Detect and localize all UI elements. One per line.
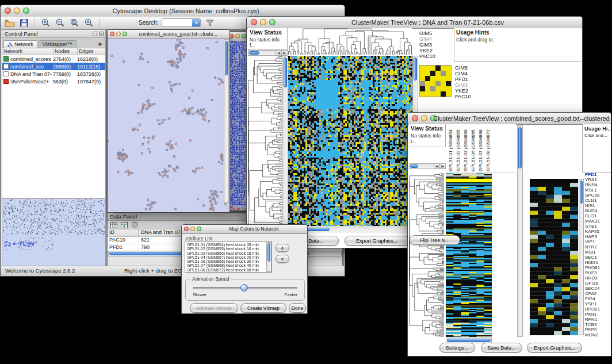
row-dendrogram-canvas[interactable] <box>409 173 445 337</box>
attribute-list-item[interactable]: GPL51-01 (GSM854) heat shock 05 min <box>186 243 266 247</box>
gene-label[interactable]: MAK31 <box>585 219 611 224</box>
gene-label[interactable]: CLN1 <box>585 198 611 203</box>
network-view-canvas[interactable] <box>108 39 230 212</box>
column-header-network[interactable]: Network <box>2 48 53 55</box>
column-label[interactable]: PAC10 <box>419 53 452 59</box>
minimize-icon[interactable] <box>260 19 266 25</box>
vertical-scrollbar[interactable] <box>517 125 523 337</box>
attribute-list-item[interactable]: GPL51-06 (GSM865) heat shock 30 min <box>186 259 266 263</box>
gene-label[interactable]: MSI1 <box>585 250 611 255</box>
gene-label[interactable]: RPN1 <box>585 317 611 322</box>
gene-label[interactable]: GTB1 <box>585 224 611 229</box>
network-list-row[interactable]: sNAPuberNov2+563(0)107847(0) <box>2 78 105 85</box>
search-dropdown-icon[interactable]: ▼ <box>192 19 200 26</box>
gene-label[interactable]: TCB3 <box>585 322 611 327</box>
network-list-row[interactable]: DNA and Tran 07-7769(0)183728(0) <box>2 70 105 78</box>
zoom-icon[interactable] <box>197 227 201 231</box>
zoom-icon[interactable] <box>430 115 437 121</box>
close-icon[interactable] <box>251 19 257 25</box>
network-list-row[interactable]: combined_scores2764(0)16218(0) <box>2 55 105 63</box>
network-list-row[interactable]: combined_sco2569(6)13112(15) <box>2 63 105 70</box>
network-overview-canvas[interactable] <box>2 198 105 267</box>
gene-label[interactable]: HMG1 <box>585 260 611 265</box>
scroll-right-icon[interactable]: ▶ <box>439 164 445 168</box>
gene-label[interactable]: PEP5 <box>585 327 611 332</box>
gene-label[interactable]: PFD1 <box>585 172 611 177</box>
row-dendrogram-canvas[interactable] <box>248 56 282 226</box>
gene-label[interactable]: NTR2 <box>585 244 611 250</box>
gene-label[interactable]: RNR4 <box>585 182 611 187</box>
close-icon[interactable] <box>5 7 11 14</box>
gene-label[interactable]: BUD4 <box>585 208 611 213</box>
gene-label[interactable]: PUF3 <box>585 270 611 275</box>
array-column-label[interactable]: GPL51-02 (GSM855 <box>456 125 461 171</box>
matrix-row-label[interactable]: PAC10 <box>455 94 484 99</box>
array-column-label[interactable]: GPL51-01 (GSM854 <box>448 125 453 171</box>
vertical-scrollbar[interactable] <box>224 39 229 203</box>
array-column-label[interactable]: GPL51-06 (GSM865 <box>471 125 476 171</box>
column-label[interactable]: YKE2 <box>419 48 452 53</box>
gene-label[interactable]: RPO21 <box>585 306 611 312</box>
attribute-list-item[interactable]: GPL51-04 (GSM857) heat shock 20 min <box>186 255 266 259</box>
animate-vizmap-button[interactable]: Animate Vizmap <box>190 303 238 313</box>
horizontal-scrollbar[interactable]: ◀▶ <box>248 50 288 56</box>
network-view-titlebar[interactable]: combined_scores_good.txt--cluste... <box>108 30 230 39</box>
matrix-row-label[interactable]: YKE2 <box>455 88 484 94</box>
zoom-heatmap-canvas[interactable] <box>530 179 578 335</box>
matrix-row-label[interactable]: GIM4 <box>455 71 484 76</box>
gene-label[interactable]: SPC98 <box>585 193 611 198</box>
attribute-list[interactable]: GPL51-01 (GSM854) heat shock 05 minGPL51… <box>185 242 272 273</box>
similarity-matrix-canvas[interactable] <box>419 65 452 97</box>
tab-network[interactable]: Network <box>3 40 37 48</box>
gene-label[interactable]: PHO81 <box>585 265 611 270</box>
attribute-list-item[interactable]: GPL51-08 (GSM872) heat shock 60 min <box>186 268 266 272</box>
select-attributes-icon[interactable] <box>110 221 117 228</box>
list-scrollbar[interactable] <box>266 242 271 272</box>
move-up-button[interactable]: ∧ <box>276 244 289 252</box>
gene-label[interactable]: VIP1 <box>585 239 611 244</box>
gene-label[interactable]: HAP3 <box>585 234 611 239</box>
gene-label[interactable]: YRA1 <box>585 177 611 182</box>
filter-icon[interactable] <box>204 17 215 28</box>
new-attribute-icon[interactable] <box>120 221 128 228</box>
export-graphics-button[interactable]: Export Graphics... <box>345 236 409 246</box>
export-graphics-button[interactable]: Export Graphics... <box>527 343 582 352</box>
gene-label[interactable]: GPI16 <box>585 281 611 286</box>
array-column-label[interactable]: GPL51-03 (GSM856 <box>463 125 468 171</box>
matrix-row-label[interactable]: PFD1 <box>455 76 484 82</box>
zoom-out-button[interactable] <box>55 17 66 28</box>
vertical-scrollbar[interactable] <box>282 56 288 226</box>
gene-label[interactable]: HRD3 <box>585 275 611 281</box>
column-header-id[interactable]: ID <box>108 229 139 236</box>
gene-label[interactable]: FIG4 <box>585 296 611 301</box>
minimize-icon[interactable] <box>190 227 195 231</box>
minimize-icon[interactable] <box>235 34 240 39</box>
scroll-left-icon[interactable]: ◀ <box>434 164 439 168</box>
scroll-right-icon[interactable]: ▶ <box>281 51 287 55</box>
scroll-left-icon[interactable]: ◀ <box>276 51 281 55</box>
gene-label[interactable]: SEC24 <box>585 286 611 291</box>
close-icon[interactable] <box>412 115 418 121</box>
gene-label[interactable]: NIS1 <box>585 203 611 208</box>
horizontal-scrollbar[interactable]: ◀▶ <box>409 163 446 169</box>
heatmap-canvas[interactable] <box>288 56 412 226</box>
gene-label[interactable]: PAN1 <box>585 312 611 317</box>
zoom-fit-button[interactable] <box>69 17 80 28</box>
tab-overflow-icon[interactable]: ▶ <box>99 41 104 48</box>
tab-vizmapper[interactable]: VizMapper™ <box>39 40 76 48</box>
gene-label[interactable]: MSL1 <box>585 187 611 193</box>
close-icon[interactable] <box>184 227 189 231</box>
gene-label[interactable]: YSH1 <box>585 301 611 306</box>
matrix-row-label[interactable]: GIM5 <box>455 65 484 71</box>
minimize-icon[interactable] <box>116 32 121 36</box>
delete-attribute-icon[interactable] <box>131 221 138 228</box>
gene-label[interactable]: SEC1 <box>585 255 611 260</box>
search-input[interactable]: ▼ <box>162 18 201 27</box>
attribute-list-item[interactable]: GPL51-03 (GSM856) heat shock 15 min <box>186 251 266 255</box>
float-panel-icon[interactable] <box>93 32 97 36</box>
gene-label[interactable]: ELG1 <box>585 213 611 219</box>
close-panel-icon[interactable]: × <box>99 32 104 36</box>
slider-thumb[interactable] <box>240 284 248 292</box>
column-dendrogram-canvas[interactable] <box>288 28 412 55</box>
save-session-button[interactable] <box>18 17 29 28</box>
